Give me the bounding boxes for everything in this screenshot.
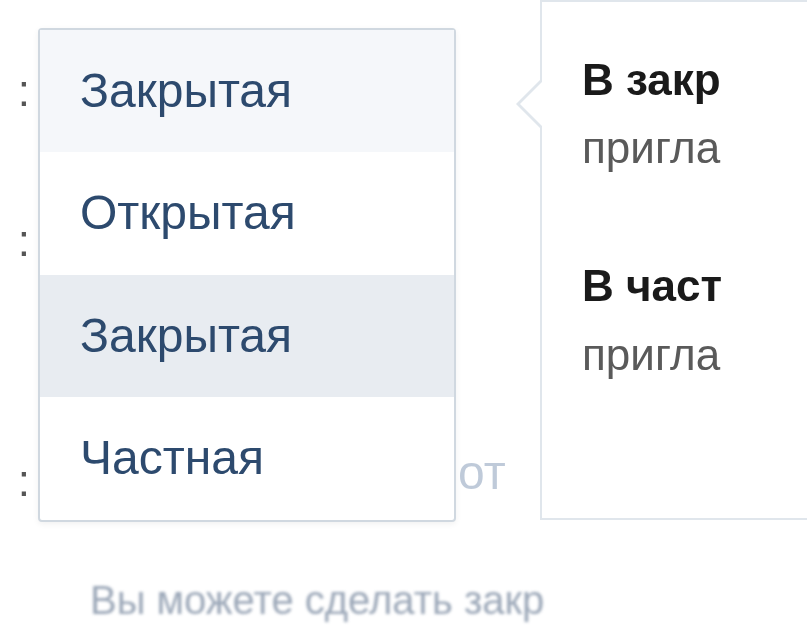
dropdown-option-closed[interactable]: Закрытая	[40, 275, 454, 397]
group-type-dropdown[interactable]: Закрытая Открытая Закрытая Частная	[38, 28, 456, 522]
tooltip-closed-block: В закр пригла	[582, 46, 807, 182]
form-label-1: :	[0, 66, 30, 116]
tooltip-private-text: пригла	[582, 330, 720, 379]
tooltip-private-block: В част пригла	[582, 252, 807, 388]
dropdown-option-open[interactable]: Открытая	[40, 152, 454, 274]
form-label-3: :	[0, 456, 30, 506]
background-field-text: от	[458, 445, 506, 500]
bottom-hint-text: Вы можете сделать закр	[90, 578, 544, 623]
tooltip-private-heading: В част	[582, 261, 722, 310]
dropdown-selected-value[interactable]: Закрытая	[40, 30, 454, 152]
tooltip-closed-text: пригла	[582, 123, 720, 172]
dropdown-option-private[interactable]: Частная	[40, 397, 454, 519]
type-explanation-tooltip: В закр пригла В част пригла	[540, 0, 807, 520]
form-label-2: :	[0, 216, 30, 266]
tooltip-closed-heading: В закр	[582, 55, 721, 104]
